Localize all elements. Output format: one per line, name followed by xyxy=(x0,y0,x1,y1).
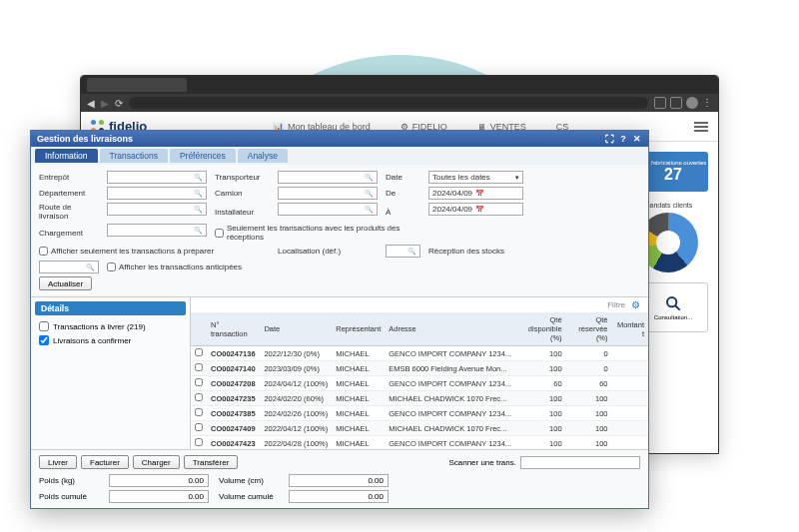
select-date-range[interactable]: Toutes les dates xyxy=(428,171,523,184)
stat-value: 27 xyxy=(664,166,682,184)
gear-icon[interactable]: ⚙ xyxy=(631,299,640,310)
label-poids: Poids (kg) xyxy=(39,476,99,485)
table-row[interactable]: CO002472082024/04/12 (100%)MICHAELGENCO … xyxy=(191,376,648,391)
row-checkbox[interactable] xyxy=(195,348,203,356)
col-header[interactable]: Qté disponible (%) xyxy=(515,312,566,346)
btn-transferer[interactable]: Transférer xyxy=(184,455,239,469)
search-label: Consultation... xyxy=(654,314,692,320)
label-entrepot: Entrepôt xyxy=(39,173,99,182)
back-icon[interactable]: ◀ xyxy=(87,98,95,109)
url-bar[interactable] xyxy=(129,97,648,109)
input-transporteur[interactable] xyxy=(278,171,378,184)
side-item-transactions[interactable]: Transactions à livrer (219) xyxy=(35,319,186,333)
btn-actualiser[interactable]: Actualiser xyxy=(39,276,92,290)
input-localisation[interactable] xyxy=(386,245,420,258)
table-row[interactable]: CO002474232022/04/28 (100%)MICHAELGENCO … xyxy=(191,436,648,450)
col-header[interactable]: Montant t xyxy=(612,312,648,346)
table-row[interactable]: CO002472352024/02/20 (60%)MICHAELMICHAEL… xyxy=(191,391,648,406)
btn-charger[interactable]: Charger xyxy=(133,455,180,469)
col-header[interactable]: Représentant xyxy=(332,312,385,346)
table-row[interactable]: CO002473852024/02/26 (100%)MICHAELGENCO … xyxy=(191,406,648,421)
val-poids: 0.00 xyxy=(109,474,209,487)
input-entrepot[interactable] xyxy=(107,171,207,184)
row-checkbox[interactable] xyxy=(195,378,203,386)
chk-receptions[interactable]: Seulement les transactions avec les prod… xyxy=(215,224,420,242)
btn-livrer[interactable]: Livrer xyxy=(39,455,77,469)
tab-preferences[interactable]: Préférences xyxy=(170,149,236,163)
browser-tab[interactable] xyxy=(87,78,187,92)
transactions-table: N° transactionDateReprésentantAdresseQté… xyxy=(191,312,648,449)
extension-icon[interactable] xyxy=(654,97,666,109)
tab-transactions[interactable]: Transactions xyxy=(100,149,168,163)
input-scanner[interactable] xyxy=(520,456,640,469)
input-date-to[interactable]: 2024/04/09 xyxy=(428,203,523,216)
label-reception: Réception des stocks xyxy=(428,247,523,256)
dialog-title: Gestion des livraisons xyxy=(37,134,133,144)
side-header: Détails xyxy=(35,301,186,315)
side-panel: Détails Transactions à livrer (219) Livr… xyxy=(31,297,191,449)
profile-icon[interactable] xyxy=(686,97,698,109)
tab-information[interactable]: Information xyxy=(35,149,98,163)
dialog-tabs: Information Transactions Préférences Ana… xyxy=(31,147,648,165)
browser-toolbar: ◀ ▶ ⟳ ⋮ xyxy=(81,94,718,112)
input-date-from[interactable]: 2024/04/09 xyxy=(428,187,523,200)
browser-tabstrip xyxy=(81,76,718,94)
label-departement: Département xyxy=(39,189,99,198)
table-row[interactable]: CO002471362022/12/30 (0%)MICHAELGENCO IM… xyxy=(191,346,648,361)
row-checkbox[interactable] xyxy=(195,438,203,446)
label-volume: Volume (cm) xyxy=(219,476,279,485)
val-volume-cum: 0.00 xyxy=(289,490,389,503)
row-checkbox[interactable] xyxy=(195,363,203,371)
chk-preparer[interactable]: Afficher seulement les transactions à pr… xyxy=(39,245,270,258)
input-departement[interactable] xyxy=(107,187,207,200)
btn-facturer[interactable]: Facturer xyxy=(81,455,129,469)
col-header[interactable]: N° transaction xyxy=(207,312,260,346)
filter-panel: Entrepôt Transporteur Date Toutes les da… xyxy=(31,165,648,297)
label-de: De xyxy=(386,189,420,198)
val-poids-cum: 0.00 xyxy=(109,490,209,503)
input-chargement[interactable] xyxy=(107,224,207,237)
input-reception[interactable] xyxy=(39,261,99,273)
col-header[interactable]: Adresse xyxy=(385,312,515,346)
svg-line-1 xyxy=(675,305,680,310)
label-scanner: Scanner une trans. xyxy=(448,458,516,467)
forward-icon[interactable]: ▶ xyxy=(101,98,109,109)
close-icon[interactable]: ✕ xyxy=(632,134,642,144)
svg-point-0 xyxy=(667,297,676,306)
label-transporteur: Transporteur xyxy=(215,173,270,182)
tab-analyse[interactable]: Analyse xyxy=(238,149,288,163)
label-volume-cum: Volume cumulé xyxy=(219,492,279,501)
label-chargement: Chargement xyxy=(39,229,99,238)
chk-anticipees[interactable]: Afficher les transactions anticipées xyxy=(107,261,378,273)
table-row[interactable]: CO002471402023/03/09 (0%)MICHAELEMSB 600… xyxy=(191,361,648,376)
dialog-footer: Livrer Facturer Charger Transférer Scann… xyxy=(31,449,648,508)
col-header[interactable]: Qté réservée (%) xyxy=(566,312,612,346)
table-row[interactable]: CO002474092022/04/12 (100%)MICHAELMICHAE… xyxy=(191,421,648,436)
label-localisation: Localisation (déf.) xyxy=(278,247,378,256)
hamburger-icon[interactable] xyxy=(694,122,708,132)
label-poids-cum: Poids cumulé xyxy=(39,492,99,501)
row-checkbox[interactable] xyxy=(195,408,203,416)
col-header[interactable] xyxy=(191,312,207,346)
extension-icon[interactable] xyxy=(670,97,682,109)
expand-icon[interactable]: ⛶ xyxy=(604,134,614,144)
help-icon[interactable]: ? xyxy=(618,134,628,144)
side-item-livraisons[interactable]: Livraisons à confirmer xyxy=(35,333,186,347)
input-installateur[interactable] xyxy=(278,203,378,216)
delivery-management-dialog: Gestion des livraisons ⛶ ? ✕ Information… xyxy=(30,130,649,509)
row-checkbox[interactable] xyxy=(195,423,203,431)
label-route: Route de livraison xyxy=(39,203,99,221)
dialog-titlebar[interactable]: Gestion des livraisons ⛶ ? ✕ xyxy=(31,131,648,147)
col-header[interactable]: Date xyxy=(260,312,332,346)
row-checkbox[interactable] xyxy=(195,393,203,401)
filter-label: Filtre xyxy=(607,300,625,309)
input-route[interactable] xyxy=(107,203,207,216)
label-camion: Camion xyxy=(215,189,270,198)
refresh-icon[interactable]: ⟳ xyxy=(115,98,123,109)
input-camion[interactable] xyxy=(278,187,378,200)
label-date: Date xyxy=(386,173,420,182)
label-a: À xyxy=(386,208,420,217)
menu-icon[interactable]: ⋮ xyxy=(702,97,712,109)
label-installateur: Installateur xyxy=(215,208,270,217)
val-volume: 0.00 xyxy=(289,474,389,487)
